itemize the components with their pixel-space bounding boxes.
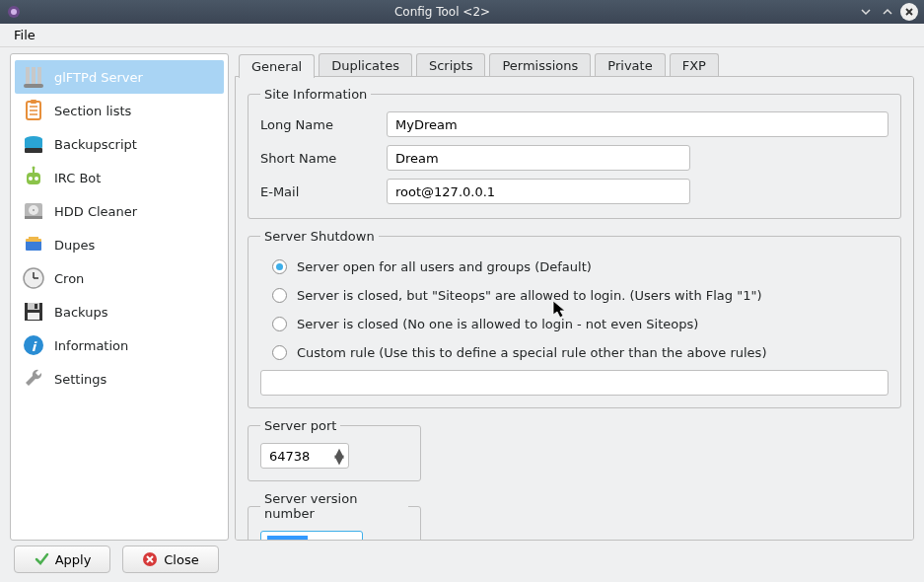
minimize-button[interactable] (857, 3, 875, 21)
server-port-spinbox[interactable]: 64738 ▲▼ (260, 443, 349, 469)
hdd-icon (21, 198, 46, 224)
tab-private[interactable]: Private (595, 53, 665, 77)
sidebar-item-label: Dupes (54, 238, 95, 253)
tab-duplicates[interactable]: Duplicates (319, 53, 412, 77)
sidebar-item-label: IRC Bot (54, 171, 101, 185)
tab-general[interactable]: General (239, 54, 315, 78)
close-window-button[interactable] (900, 3, 918, 21)
floppy-icon (21, 299, 46, 325)
shutdown-label-siteops: Server is closed, but "Siteops" are allo… (297, 288, 762, 303)
server-version-input[interactable]: 2.10a (260, 531, 363, 541)
sidebar-item-irc-bot[interactable]: IRC Bot (15, 161, 224, 194)
svg-rect-7 (31, 100, 36, 104)
sidebar-item-label: Information (54, 338, 128, 353)
server-version-group: Server version number 2.10a (248, 491, 421, 541)
server-port-group: Server port 64738 ▲▼ (248, 418, 421, 481)
server-port-value: 64738 (269, 449, 334, 464)
svg-rect-18 (25, 216, 42, 219)
shutdown-label-closed: Server is closed (No one is allowed to l… (297, 317, 698, 331)
long-name-label: Long Name (260, 117, 387, 132)
sidebar-item-label: Backupscript (54, 137, 137, 152)
svg-point-17 (33, 209, 35, 211)
server-version-value: 2.10a (267, 536, 308, 542)
sidebar-item-dupes[interactable]: Dupes (15, 228, 224, 261)
apply-label: Apply (55, 552, 92, 567)
short-name-label: Short Name (260, 151, 387, 166)
window-title: Config Tool <2> (28, 5, 857, 19)
shutdown-radio-custom[interactable] (272, 345, 287, 360)
svg-rect-20 (26, 239, 41, 242)
maximize-button[interactable] (879, 3, 896, 21)
svg-rect-19 (26, 241, 41, 251)
shutdown-label-open: Server open for all users and groups (De… (297, 259, 592, 274)
svg-point-11 (29, 177, 33, 181)
svg-point-12 (35, 177, 38, 181)
backup-script-icon (21, 131, 46, 157)
shutdown-radio-open[interactable] (272, 259, 287, 274)
svg-point-14 (33, 167, 36, 170)
menu-file[interactable]: File (6, 25, 43, 45)
tab-fxp[interactable]: FXP (670, 53, 719, 77)
short-name-input[interactable] (387, 145, 690, 171)
app-icon (6, 4, 22, 20)
site-information-legend: Site Information (260, 87, 371, 102)
spinbox-arrows-icon[interactable]: ▲▼ (334, 449, 344, 463)
window-titlebar: Config Tool <2> (0, 0, 924, 24)
apply-icon (34, 551, 49, 567)
svg-rect-5 (24, 84, 43, 88)
sidebar-item-glftpd-server[interactable]: glFTPd Server (15, 60, 224, 94)
svg-point-1 (11, 9, 17, 15)
sidebar-item-backupscript[interactable]: Backupscript (15, 127, 224, 161)
bottom-button-bar: Apply Close (0, 545, 924, 582)
info-icon: i (21, 332, 46, 358)
sidebar-item-label: Section lists (54, 104, 131, 118)
site-information-group: Site Information Long Name Short Name E-… (248, 87, 901, 219)
sidebar-item-label: Backups (54, 305, 107, 320)
sidebar-item-label: glFTPd Server (54, 70, 143, 85)
menubar: File (0, 24, 924, 47)
sidebar-item-section-lists[interactable]: Section lists (15, 94, 224, 127)
tab-scripts[interactable]: Scripts (416, 53, 485, 77)
wrench-icon (21, 366, 46, 392)
dupes-icon (21, 232, 46, 257)
email-input[interactable] (387, 179, 690, 204)
server-version-legend: Server version number (260, 491, 408, 521)
shutdown-custom-input[interactable] (260, 370, 888, 396)
sidebar-item-settings[interactable]: Settings (15, 362, 224, 396)
sidebar: glFTPd Server Section lists Backupscript… (10, 53, 229, 541)
window-controls (857, 3, 918, 21)
long-name-input[interactable] (387, 111, 888, 137)
shutdown-radio-closed[interactable] (272, 317, 287, 331)
close-button[interactable]: Close (122, 546, 219, 573)
tab-bar: General Duplicates Scripts Permissions P… (235, 53, 914, 77)
server-shutdown-group: Server Shutdown Server open for all user… (248, 229, 901, 408)
close-label: Close (164, 552, 198, 567)
server-port-legend: Server port (260, 418, 340, 433)
tab-permissions[interactable]: Permissions (489, 53, 591, 77)
sections-icon (21, 98, 46, 123)
bot-icon (21, 165, 46, 190)
svg-rect-27 (28, 313, 39, 320)
sidebar-item-hdd-cleaner[interactable]: HDD Cleaner (15, 194, 224, 228)
close-icon (142, 551, 158, 567)
sidebar-item-information[interactable]: i Information (15, 328, 224, 362)
sidebar-item-cron[interactable]: Cron (15, 261, 224, 295)
sidebar-item-label: Settings (54, 372, 107, 387)
shutdown-label-custom: Custom rule (Use this to define a specia… (297, 345, 766, 360)
apply-button[interactable]: Apply (14, 546, 110, 573)
clock-icon (21, 265, 46, 291)
server-shutdown-legend: Server Shutdown (260, 229, 379, 244)
sidebar-item-label: HDD Cleaner (54, 204, 137, 219)
svg-rect-25 (28, 303, 39, 310)
tab-content: Site Information Long Name Short Name E-… (235, 76, 914, 541)
svg-rect-26 (35, 304, 37, 309)
svg-rect-9 (25, 148, 42, 153)
main-panel: General Duplicates Scripts Permissions P… (235, 53, 914, 541)
email-label: E-Mail (260, 184, 387, 199)
sidebar-item-backups[interactable]: Backups (15, 295, 224, 328)
sidebar-item-label: Cron (54, 271, 84, 286)
server-icon (21, 64, 46, 90)
shutdown-radio-siteops[interactable] (272, 288, 287, 303)
